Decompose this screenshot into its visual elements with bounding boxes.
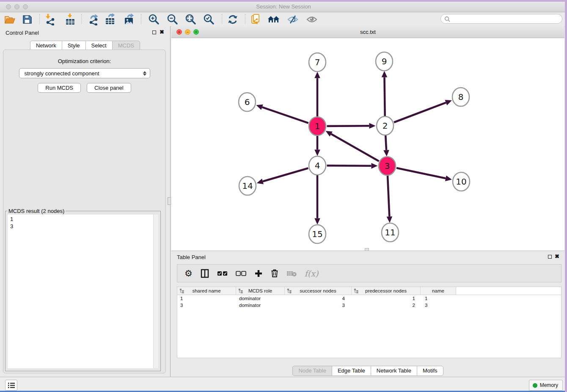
graph-edge-2-3[interactable] — [385, 135, 386, 150]
graph-edge-3-11[interactable] — [388, 175, 389, 216]
float-panel-icon[interactable] — [152, 30, 156, 34]
graph-edge-1-2[interactable] — [327, 126, 369, 126]
home-button[interactable] — [267, 13, 280, 25]
graph-node-9[interactable]: 9 — [376, 52, 393, 71]
export-table-button[interactable] — [105, 13, 117, 25]
add-column-button[interactable] — [254, 269, 263, 278]
graph-node-2[interactable]: 2 — [377, 116, 394, 135]
column-header-successor-nodes[interactable]: successor nodes — [285, 287, 352, 295]
import-network-button[interactable] — [44, 13, 56, 25]
table-cell[interactable]: 3 — [421, 302, 456, 309]
delete-column-button[interactable] — [271, 269, 278, 278]
table-cell[interactable]: dominator — [236, 302, 285, 309]
vertical-splitter-handle[interactable] — [168, 197, 171, 205]
zoom-selected-icon — [203, 14, 215, 25]
table-cell[interactable]: 1 — [352, 295, 421, 302]
export-image-button[interactable] — [123, 13, 136, 25]
save-session-button[interactable] — [21, 13, 33, 25]
graph-edge-3-1[interactable] — [331, 134, 379, 161]
network-canvas[interactable]: 7968124314101511 — [171, 39, 564, 251]
table-close-icon[interactable]: ✖ — [555, 253, 559, 260]
deselect-all-button[interactable] — [236, 271, 246, 276]
column-header-predecessor-nodes[interactable]: predecessor nodes — [352, 287, 421, 295]
run-mcds-button[interactable]: Run MCDS — [38, 83, 81, 93]
graph-node-1[interactable]: 1 — [309, 117, 326, 135]
table-row[interactable]: 3dominator323 — [177, 302, 561, 309]
zoom-in-button[interactable] — [147, 13, 160, 25]
graph-node-11[interactable]: 11 — [382, 223, 399, 242]
graph-node-8[interactable]: 8 — [452, 88, 469, 106]
table-tab-edge-table[interactable]: Edge Table — [332, 366, 371, 376]
fx-icon: f(x) — [305, 269, 319, 278]
mcds-result-title: MCDS result (2 nodes) — [7, 208, 66, 214]
graph-node-7[interactable]: 7 — [309, 53, 326, 72]
mcds-result-textarea[interactable]: 1 3 — [8, 215, 158, 368]
zoom-out-button[interactable] — [166, 13, 179, 25]
column-header-shared-name[interactable]: shared name — [177, 287, 236, 295]
hide-network-button[interactable] — [286, 13, 299, 25]
session-search[interactable] — [440, 14, 562, 24]
mcds-tab-content: Optimization criterion: strongly connect… — [3, 50, 166, 373]
export-table-icon — [105, 14, 117, 25]
graph-edge-2-8[interactable] — [394, 102, 446, 122]
network-maximize-button[interactable]: + — [193, 29, 199, 35]
search-input[interactable] — [452, 16, 562, 22]
table-row[interactable]: 1dominator411 — [177, 295, 561, 302]
table-tab-motifs[interactable]: Motifs — [417, 366, 443, 376]
criterion-select[interactable]: strongly connected component — [19, 68, 150, 78]
graph-node-15[interactable]: 15 — [309, 225, 326, 243]
task-history-button[interactable] — [5, 380, 17, 391]
zoom-fit-button[interactable] — [184, 13, 197, 25]
table-cell[interactable]: 4 — [285, 295, 352, 302]
graph-node-4[interactable]: 4 — [309, 156, 326, 175]
graph-edge-1-6[interactable] — [262, 107, 308, 123]
select-stepper-icon — [143, 71, 146, 76]
show-network-button[interactable] — [306, 13, 318, 25]
graph-edge-2-9[interactable] — [384, 77, 385, 116]
window-close-button[interactable] — [6, 4, 11, 9]
graph-edge-3-10[interactable] — [396, 168, 446, 179]
graph-node-14[interactable]: 14 — [239, 177, 256, 195]
graph-edge-4-14[interactable] — [263, 168, 308, 181]
result-scrollbar[interactable] — [153, 215, 158, 368]
graph-node-10[interactable]: 10 — [453, 172, 470, 191]
graph-node-3[interactable]: 3 — [379, 157, 396, 175]
table-cell[interactable]: dominator — [236, 295, 285, 302]
table-tabs: Node TableEdge TableNetwork TableMotifs — [171, 366, 564, 376]
horizontal-splitter-handle[interactable] — [365, 248, 369, 251]
table-cell[interactable]: 3 — [285, 302, 352, 309]
toolbar-separator — [222, 14, 222, 24]
table-cell[interactable]: 1 — [177, 295, 236, 302]
network-minimize-button[interactable]: − — [185, 29, 190, 35]
table-cell[interactable]: 1 — [421, 295, 456, 302]
column-header-name[interactable]: name — [421, 287, 456, 295]
table-cell[interactable]: 3 — [177, 302, 236, 309]
window-minimize-button[interactable] — [14, 4, 19, 9]
main-toolbar — [0, 12, 567, 27]
export-image-icon — [124, 14, 135, 25]
share-document-button[interactable] — [250, 13, 262, 25]
graph-node-6[interactable]: 6 — [239, 93, 256, 111]
import-table-button[interactable] — [64, 13, 77, 25]
network-close-button[interactable]: × — [176, 29, 182, 35]
table-tab-network-table[interactable]: Network Table — [371, 366, 417, 376]
table-settings-button[interactable]: ⚙ — [184, 269, 193, 278]
export-network-button[interactable] — [87, 13, 99, 25]
graph-edge-4-3[interactable] — [327, 166, 371, 166]
open-session-button[interactable] — [3, 13, 16, 25]
memory-button[interactable]: Memory — [529, 380, 563, 391]
zoom-out-icon — [166, 14, 178, 25]
apply-layout-button[interactable] — [226, 13, 239, 25]
table-float-icon[interactable] — [548, 255, 552, 259]
table-cell[interactable]: 2 — [352, 302, 421, 309]
zoom-selected-button[interactable] — [202, 13, 215, 25]
select-all-button[interactable] — [217, 271, 228, 276]
close-panel-button[interactable]: Close panel — [87, 83, 131, 93]
column-header-MCDS-role[interactable]: MCDS role — [236, 287, 285, 295]
close-panel-icon[interactable]: ✖ — [160, 29, 164, 36]
table-tab-node-table[interactable]: Node Table — [292, 366, 332, 376]
show-columns-button[interactable] — [201, 269, 209, 278]
status-bar: Memory — [0, 377, 567, 392]
window-zoom-button[interactable] — [23, 4, 28, 9]
function-builder-disabled: f(x) — [305, 269, 319, 278]
